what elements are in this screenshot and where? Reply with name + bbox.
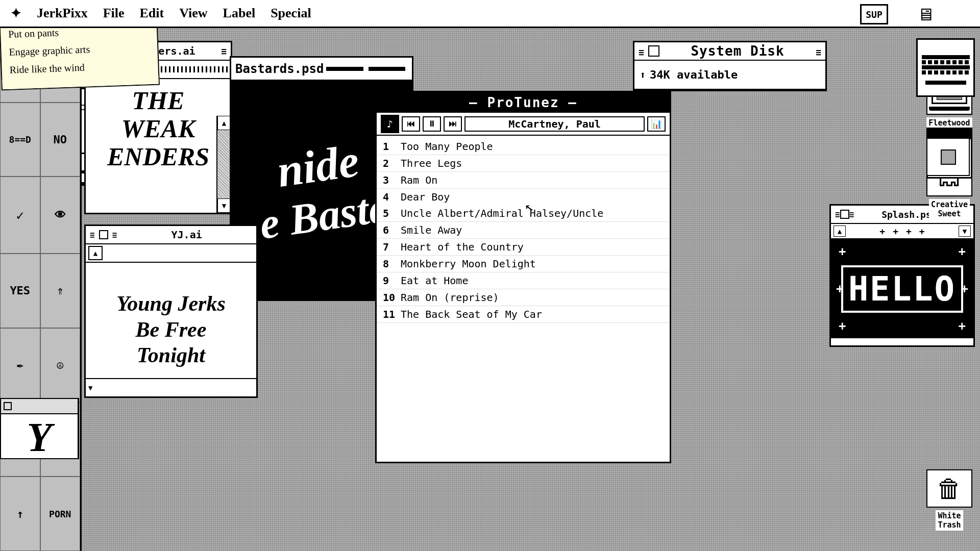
yj-box-icon (99, 230, 108, 239)
kb-key (940, 60, 944, 64)
menu-label[interactable]: Label (223, 6, 256, 21)
track-num-6: 6 (383, 224, 401, 236)
splash-plus-tr: + (959, 244, 966, 259)
tool-8d[interactable]: 8==D (0, 103, 40, 177)
kb-row3 (922, 65, 970, 69)
kb-key (965, 70, 969, 74)
tool-porn[interactable]: PORN (40, 477, 81, 551)
small-window-close[interactable] (4, 402, 12, 410)
kb-row1 (922, 55, 970, 59)
keyboard-icon (916, 38, 975, 97)
protunez-controls: ♪ ⏮ ⏸ ⏭ McCartney, Paul 📊 (377, 113, 670, 136)
bastards-title: Bastards.psd (235, 62, 324, 76)
tool-yes[interactable]: YES (0, 254, 40, 328)
plus-4: + (919, 226, 925, 237)
track-name-11: The Back Seat of My Car (401, 308, 664, 320)
yj-scroll-down[interactable]: ▼ (88, 384, 92, 392)
menu-view[interactable]: View (179, 6, 207, 21)
splash-scroll-up[interactable]: ▲ (834, 226, 846, 237)
title-box-icon (648, 45, 659, 57)
sup-label: SUP (866, 9, 883, 20)
enders-scroll-track (217, 130, 231, 198)
kb-key (959, 70, 963, 74)
apple-menu[interactable]: ✦ (10, 6, 21, 21)
tool-up[interactable]: ↑ (0, 477, 40, 551)
enders-text: THE WEAK ENDERS (86, 79, 231, 179)
track-row[interactable]: 5 Uncle Albert/Admiral Halsey/Uncle (377, 205, 670, 222)
monitor-icon[interactable]: 🖥 (911, 3, 939, 26)
kb-key (965, 60, 969, 64)
menu-file[interactable]: File (103, 6, 125, 21)
track-name-1: Too Many People (401, 140, 664, 153)
track-name-2: Three Legs (401, 157, 664, 169)
plus-2: + (893, 226, 898, 237)
track-row[interactable]: 2 Three Legs (377, 155, 670, 172)
floppy-icon-2[interactable] (926, 130, 970, 176)
volume-btn[interactable]: 📊 (647, 116, 666, 132)
track-num-10: 10 (383, 291, 401, 304)
white-trash-icon[interactable]: 🗑 WhiteTrash (926, 469, 972, 531)
kb-key (940, 70, 944, 74)
tool-pen[interactable]: ✒ (0, 328, 40, 403)
bastards-art-text: nide e Basta (250, 134, 394, 246)
prev-btn[interactable]: ⏮ (402, 116, 420, 132)
track-num-1: 1 (383, 140, 401, 153)
kb-key (922, 60, 926, 64)
track-num-8: 8 (383, 258, 401, 270)
enders-scroll-down-btn[interactable]: ▼ (217, 198, 231, 213)
titlebar-lines-right (816, 43, 821, 59)
track-row[interactable]: 4 Dear Boy (377, 189, 670, 205)
kb-key (928, 60, 932, 64)
enders-scrollbar-v: ▲ ▼ (216, 116, 231, 213)
track-row[interactable]: 8 Monkberry Moon Delight (377, 256, 670, 272)
track-name-5: Uncle Albert/Admiral Halsey/Uncle (401, 207, 664, 219)
system-disk-title: System Disk (664, 43, 812, 59)
track-row[interactable]: 1 Too Many People (377, 138, 670, 155)
kb-key (952, 60, 957, 64)
menu-edit[interactable]: Edit (140, 6, 164, 21)
system-disk-window: System Disk ⬆ 34K available (633, 41, 827, 91)
small-window-content: Y (1, 414, 78, 460)
track-row[interactable]: 9 Eat at Home (377, 272, 670, 289)
small-window-tl-titlebar (1, 399, 78, 414)
whitetrash-label: WhiteTrash (936, 510, 963, 531)
bastards-titlebar: Bastards.psd (231, 58, 412, 81)
splash-scroll-down[interactable]: ▼ (959, 226, 971, 237)
floppy2-body (927, 139, 969, 175)
track-row[interactable]: 11 The Back Seat of My Car (377, 306, 670, 323)
protunez-titlebar: — ProTunez — (377, 92, 670, 113)
tool-eye[interactable]: 👁 (40, 177, 81, 254)
yj-lines2-icon: ≡ (112, 230, 117, 240)
splash-plus-tl: + (839, 244, 846, 259)
bastards-title-line (326, 67, 363, 71)
tool-peace[interactable]: ☮ (40, 328, 81, 403)
tool-check[interactable]: ✓ (0, 177, 40, 254)
menu-bar: ✦ JerkPixx File Edit View Label Special … (0, 0, 980, 28)
toolbar-left: 🛢 ⚓ 8==D NO ✓ 👁 YES ⇑ ✒ ☮ ⊞ ✕ ↑ PORN (0, 28, 82, 551)
keyboard-grid (918, 51, 974, 79)
track-row[interactable]: 7 Heart of the Country (377, 239, 670, 256)
menu-special[interactable]: Special (271, 6, 311, 21)
protunez-window: — ProTunez — ♪ ⏮ ⏸ ⏭ McCartney, Paul 📊 1… (375, 91, 671, 463)
scroll-arrow-up[interactable]: ⬆ (640, 69, 646, 81)
system-disk-body: ⬆ 34K available (634, 61, 825, 90)
tool-arrows[interactable]: ⇑ (40, 254, 81, 328)
track-row[interactable]: 10 Ram On (reprise) (377, 289, 670, 306)
enders-scroll-up-btn[interactable]: ▲ (217, 116, 231, 130)
floppy2-window (941, 149, 956, 165)
yj-scroll-up[interactable]: ▲ (88, 246, 103, 260)
play-btn[interactable]: ⏸ (423, 116, 441, 132)
track-row[interactable]: 3 Ram On (377, 172, 670, 189)
titlebar-lines-icon (639, 43, 644, 59)
splash-lines-icon: ≡ (835, 210, 840, 219)
sup-button[interactable]: SUP (860, 4, 888, 24)
whitetrash-image: 🗑 (926, 469, 972, 508)
disk-available: 34K available (650, 68, 738, 81)
next-btn[interactable]: ⏭ (444, 116, 462, 132)
track-row[interactable]: 6 Smile Away (377, 222, 670, 239)
tool-no[interactable]: NO (40, 103, 81, 177)
small-window-tl: Y (0, 398, 79, 459)
kb-key (928, 70, 932, 74)
track-num-9: 9 (383, 274, 401, 287)
yj-body: Young Jerks Be Free Tonight ▼ (86, 263, 256, 396)
